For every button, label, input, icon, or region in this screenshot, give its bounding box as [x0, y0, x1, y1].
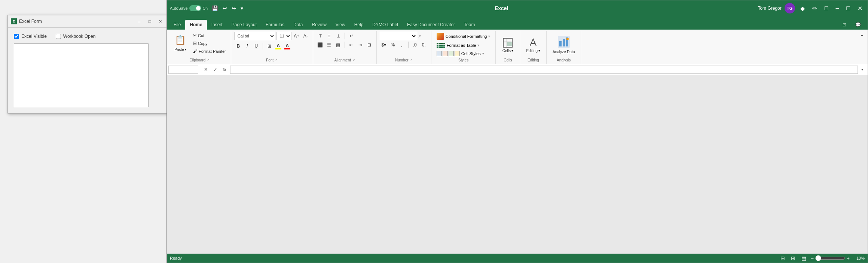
format-painter-button[interactable]: 🖌 Format Painter	[191, 48, 228, 55]
preview-area	[14, 43, 149, 107]
excel-visible-checkbox[interactable]	[14, 34, 19, 39]
font-size-select[interactable]: 11	[276, 32, 291, 40]
tab-dymo-label[interactable]: DYMO Label	[368, 20, 403, 30]
autosave-toggle[interactable]	[189, 5, 201, 11]
align-middle-button[interactable]: ≡	[325, 32, 333, 40]
copy-button[interactable]: ⊟ Copy	[191, 40, 228, 47]
user-avatar[interactable]: TG	[785, 3, 795, 13]
format-as-table-button[interactable]: Format as Table ▾	[434, 42, 482, 49]
name-box[interactable]	[168, 66, 198, 74]
indent-increase-button[interactable]: ⇥	[356, 41, 364, 49]
restore-button[interactable]: □	[145, 18, 155, 25]
pen-icon-button[interactable]: ✏	[810, 4, 819, 13]
analyze-data-button[interactable]: Analyze Data	[550, 34, 578, 55]
align-top-button[interactable]: ⊤	[316, 32, 324, 40]
function-button[interactable]: fx	[220, 66, 229, 74]
minimize-excel-button[interactable]: –	[833, 4, 841, 12]
indent-decrease-button[interactable]: ⇤	[347, 41, 355, 49]
decimal-decrease-button[interactable]: 0.	[420, 41, 428, 49]
styles-label-text: Styles	[458, 58, 468, 62]
collapse-ribbon-button[interactable]: ⌃	[858, 33, 866, 41]
tab-team[interactable]: Team	[459, 20, 479, 30]
editing-dropdown-arrow: ▾	[538, 49, 540, 52]
cut-button[interactable]: ✂ Cut	[191, 32, 228, 39]
editing-button[interactable]: Editing ▾	[523, 35, 543, 54]
zoom-minus-button[interactable]: −	[811, 255, 814, 261]
undo-button[interactable]: ↩	[221, 4, 229, 12]
percent-button[interactable]: %	[389, 41, 397, 49]
close-excel-button[interactable]: ✕	[855, 4, 865, 13]
tab-review[interactable]: Review	[307, 20, 331, 30]
tab-page-layout[interactable]: Page Layout	[227, 20, 261, 30]
formula-input[interactable]	[230, 66, 858, 74]
close-button[interactable]: ✕	[155, 18, 165, 25]
clipboard-expand-icon[interactable]: ↗	[207, 58, 210, 62]
normal-view-button[interactable]: ⊟	[779, 254, 786, 262]
diamond-icon-button[interactable]: ◆	[798, 4, 807, 13]
number-expand-icon[interactable]: ↗	[418, 34, 421, 38]
clipboard-group-label: Clipboard ↗	[171, 57, 228, 64]
align-rows: ⊤ ≡ ⊥ ↵ ⬛ ☰ ▤ ⇤ ⇥	[316, 32, 373, 49]
font-name-select[interactable]: Calibri	[234, 32, 275, 40]
italic-button[interactable]: I	[243, 42, 251, 50]
currency-button[interactable]: $▾	[380, 41, 388, 49]
conditional-formatting-arrow: ▾	[488, 34, 490, 38]
align-center-button[interactable]: ☰	[325, 41, 333, 49]
tab-insert[interactable]: Insert	[207, 20, 227, 30]
font-size-decrease-button[interactable]: A-	[302, 32, 310, 40]
merge-cells-button[interactable]: ⊟	[365, 41, 373, 49]
ribbon-group-font: Calibri 11 A+ A- B	[231, 31, 313, 64]
minimize-button[interactable]: –	[134, 18, 144, 25]
font-size-increase-button[interactable]: A+	[293, 32, 301, 40]
align-left-button[interactable]: ⬛	[316, 41, 324, 49]
tab-home[interactable]: Home	[185, 20, 207, 30]
tab-file[interactable]: File	[169, 20, 185, 30]
wrap-text-button[interactable]: ↵	[347, 32, 355, 40]
fill-color-button[interactable]: A	[274, 43, 282, 50]
align-bottom-button[interactable]: ⊥	[334, 32, 342, 40]
tab-view[interactable]: View	[331, 20, 350, 30]
svg-rect-7	[563, 39, 565, 46]
border-button[interactable]: ⊞	[265, 42, 273, 50]
align-right-button[interactable]: ▤	[334, 41, 342, 49]
paste-button[interactable]: 📋 Paste ▾	[171, 32, 189, 53]
tab-data[interactable]: Data	[289, 20, 307, 30]
ribbon-share-button[interactable]: ⊡	[838, 20, 851, 30]
workbook-open-label: Workbook Open	[63, 34, 96, 39]
zoom-slider[interactable]	[815, 255, 845, 261]
restore-excel-button[interactable]: □	[844, 4, 852, 12]
conditional-formatting-button[interactable]: Conditional Formatting ▾	[434, 32, 493, 41]
comma-button[interactable]: ,	[398, 41, 406, 49]
excel-form-icon: E	[11, 18, 17, 24]
zoom-plus-button[interactable]: +	[847, 255, 850, 261]
font-color-button[interactable]: A	[283, 43, 291, 50]
font-expand-icon[interactable]: ↗	[275, 58, 278, 62]
alignment-expand-icon[interactable]: ↗	[352, 58, 355, 62]
cancel-formula-button[interactable]: ✕	[202, 66, 210, 74]
tab-formulas[interactable]: Formulas	[261, 20, 289, 30]
page-layout-view-button[interactable]: ⊞	[789, 254, 797, 262]
quick-access-more-button[interactable]: ▾	[239, 4, 245, 12]
number-label-expand[interactable]: ↗	[410, 58, 413, 62]
cells-button[interactable]: Cells ▾	[499, 35, 517, 54]
cell-styles-button[interactable]: Cell Styles ▾	[434, 50, 486, 57]
save-button[interactable]: 💾	[210, 4, 220, 12]
page-break-view-button[interactable]: ▤	[800, 254, 808, 262]
formula-bar-expand-button[interactable]: ▾	[858, 66, 866, 74]
redo-button[interactable]: ↪	[230, 4, 238, 12]
confirm-formula-button[interactable]: ✓	[211, 66, 219, 74]
paste-dropdown-arrow: ▾	[185, 48, 186, 51]
bold-button[interactable]: B	[234, 42, 242, 50]
ribbon-comments-button[interactable]: 💬	[851, 20, 865, 30]
workbook-open-checkbox[interactable]	[56, 34, 61, 39]
number-format-select[interactable]	[380, 32, 417, 40]
fullscreen-button[interactable]: □	[822, 4, 831, 12]
tab-help[interactable]: Help	[350, 20, 368, 30]
underline-button[interactable]: U	[252, 42, 260, 50]
decimal-increase-button[interactable]: .0	[411, 41, 419, 49]
tab-easy-document-creator[interactable]: Easy Document Creator	[403, 20, 459, 30]
font-color-icon: A	[285, 43, 289, 48]
font-format-row: B I U ⊞ A A	[234, 42, 291, 50]
excel-form-window: E Excel Form – □ ✕ Excel Visible Workboo…	[7, 15, 168, 114]
zoom-percent: 10%	[853, 256, 865, 260]
